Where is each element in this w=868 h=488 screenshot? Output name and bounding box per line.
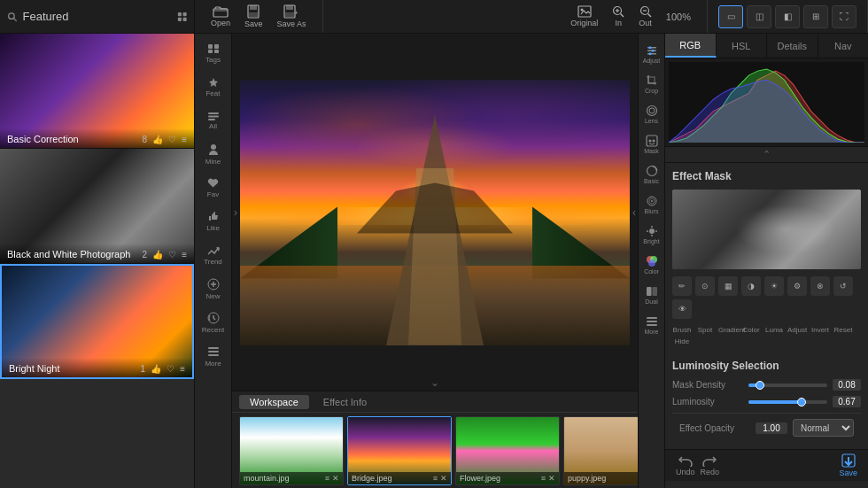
mask-tool-color[interactable]: ◑ bbox=[741, 276, 761, 296]
canvas-area: › ‹ ⌄ bbox=[232, 34, 638, 488]
right-btn-bright[interactable]: Bright bbox=[640, 221, 663, 248]
original-button[interactable]: Original bbox=[565, 4, 603, 29]
zoom-out-button[interactable]: Out bbox=[633, 4, 657, 29]
menu-icon-bright[interactable]: ≡ bbox=[180, 364, 185, 374]
preset-basic-correction[interactable]: Basic Correction 8 👍 ♡ ≡ bbox=[0, 34, 194, 149]
undo-button[interactable]: Undo bbox=[676, 454, 695, 476]
right-label-blurs: Blurs bbox=[645, 208, 659, 214]
svg-rect-4 bbox=[177, 17, 181, 20]
svg-marker-27 bbox=[209, 78, 218, 87]
mask-tool-spot[interactable]: ⊙ bbox=[695, 276, 715, 296]
tab-effect-info[interactable]: Effect Info bbox=[313, 395, 377, 409]
filmstrip-flower[interactable]: Flower.jpeg ≡ ✕ bbox=[455, 416, 560, 485]
menu-icon-bw[interactable]: ≡ bbox=[182, 250, 187, 259]
grid-icon[interactable] bbox=[177, 11, 188, 23]
right-label-basic: Basic bbox=[644, 178, 659, 184]
film-close-icon-bridge[interactable]: ✕ bbox=[440, 474, 447, 483]
preset-black-white[interactable]: Black and White Photograph 2 👍 ♡ ≡ bbox=[0, 149, 194, 264]
main-canvas bbox=[240, 80, 630, 345]
svg-point-50 bbox=[652, 140, 655, 143]
tab-rgb[interactable]: RGB bbox=[665, 34, 717, 58]
sidebar-all[interactable]: All bbox=[198, 105, 229, 136]
sidebar-recent[interactable]: Recent bbox=[198, 306, 229, 338]
single-view-button[interactable]: ▭ bbox=[718, 5, 743, 28]
save-actions: Save bbox=[839, 453, 857, 477]
sidebar-mine[interactable]: Mine bbox=[198, 138, 229, 170]
tab-nav[interactable]: Nav bbox=[818, 34, 869, 58]
collapse-down-arrow[interactable]: ⌄ bbox=[430, 376, 439, 389]
tab-workspace[interactable]: Workspace bbox=[239, 395, 309, 409]
svg-rect-12 bbox=[285, 12, 294, 17]
mask-tool-hide[interactable]: 👁 bbox=[672, 299, 692, 319]
filmstrip-puppy[interactable]: puppy.jpeg ≡ ✕ bbox=[563, 416, 638, 485]
svg-rect-3 bbox=[182, 12, 186, 16]
sidebar-more[interactable]: More bbox=[198, 340, 229, 372]
effect-mask-section: Effect Mask ✏ ⊙ ▦ ◑ ☀ ⚙ ⊗ ↺ 👁 Brush Spot… bbox=[665, 163, 868, 360]
grid-view-button[interactable]: ⊞ bbox=[803, 5, 828, 28]
right-btn-dual[interactable]: Dual bbox=[640, 282, 663, 308]
save-button[interactable]: Save bbox=[239, 3, 268, 30]
luminosity-track[interactable] bbox=[748, 400, 827, 404]
zoom-in-button[interactable]: In bbox=[607, 4, 630, 29]
open-button[interactable]: Open bbox=[205, 4, 236, 29]
film-close-icon-flower[interactable]: ✕ bbox=[548, 474, 555, 483]
right-label-bright: Bright bbox=[643, 238, 659, 244]
sidebar-new[interactable]: New bbox=[198, 273, 229, 305]
collapse-row[interactable]: ⌃ bbox=[665, 147, 868, 163]
redo-button[interactable]: Redo bbox=[701, 454, 720, 476]
mask-tool-adjust[interactable]: ⚙ bbox=[787, 276, 807, 296]
filmstrip-bridge[interactable]: Bridge.jpeg ≡ ✕ bbox=[347, 416, 452, 485]
film-close-icon-mountain[interactable]: ✕ bbox=[332, 474, 339, 483]
right-icon-strip: Adjust Crop Lens Mask bbox=[638, 34, 664, 488]
heart-icon[interactable]: ♡ bbox=[168, 135, 176, 144]
fullscreen-button[interactable]: ⛶ bbox=[832, 5, 856, 28]
film-menu-icon-mountain[interactable]: ≡ bbox=[325, 474, 329, 483]
search-input[interactable] bbox=[23, 10, 172, 23]
mask-tool-brush[interactable]: ✏ bbox=[672, 276, 692, 296]
right-btn-crop[interactable]: Crop bbox=[640, 71, 663, 97]
mask-tool-luma[interactable]: ☀ bbox=[764, 276, 784, 296]
preset-bright-night[interactable]: Bright Night 1 👍 ♡ ≡ bbox=[0, 264, 194, 379]
right-btn-basic[interactable]: Basic bbox=[640, 161, 663, 188]
heart-icon-bw[interactable]: ♡ bbox=[168, 250, 176, 259]
sidebar-like[interactable]: Like bbox=[198, 205, 229, 237]
menu-icon[interactable]: ≡ bbox=[182, 135, 187, 144]
tab-details[interactable]: Details bbox=[767, 34, 818, 58]
expand-right-arrow[interactable]: ‹ bbox=[632, 206, 636, 219]
svg-rect-25 bbox=[208, 50, 213, 53]
right-btn-lens[interactable]: Lens bbox=[640, 101, 663, 128]
filmstrip-mountain[interactable]: mountain.jpg ≡ ✕ bbox=[239, 416, 344, 485]
sidebar-tags[interactable]: Tags bbox=[198, 37, 229, 69]
expand-left-arrow[interactable]: › bbox=[234, 206, 237, 219]
view-toolbar: Original In Out 100% bbox=[554, 0, 708, 33]
right-btn-blurs[interactable]: Blurs bbox=[640, 191, 663, 218]
right-btn-adjust[interactable]: Adjust bbox=[640, 41, 663, 67]
film-menu-icon-flower[interactable]: ≡ bbox=[541, 474, 546, 483]
sidebar-fav[interactable]: Fav bbox=[198, 172, 229, 204]
preset-title-bright: Bright Night bbox=[9, 363, 59, 374]
save-as-button[interactable]: + Save As bbox=[272, 3, 312, 30]
mask-tool-labels: Brush Spot Gradient Color Luma Adjust In… bbox=[672, 326, 861, 345]
mask-tool-invert[interactable]: ⊗ bbox=[810, 276, 830, 296]
compare-view-button[interactable]: ◧ bbox=[775, 5, 800, 28]
heart-icon-bright[interactable]: ♡ bbox=[167, 364, 174, 374]
mask-density-track[interactable] bbox=[748, 383, 827, 387]
right-btn-more[interactable]: More bbox=[640, 312, 663, 338]
blend-mode-select[interactable]: Normal Multiply Screen Overlay bbox=[793, 419, 854, 437]
film-menu-icon-bridge[interactable]: ≡ bbox=[433, 474, 438, 483]
right-label-mask: Mask bbox=[644, 148, 659, 154]
split-view-button[interactable]: ◫ bbox=[747, 5, 771, 28]
sidebar-feat[interactable]: Feat bbox=[198, 71, 229, 103]
svg-point-31 bbox=[211, 144, 216, 150]
tab-hsl[interactable]: HSL bbox=[717, 34, 768, 58]
sidebar-trend[interactable]: Trend bbox=[198, 239, 229, 271]
mask-tool-gradient[interactable]: ▦ bbox=[718, 276, 738, 296]
svg-point-0 bbox=[9, 12, 15, 19]
mask-tool-reset[interactable]: ↺ bbox=[833, 276, 853, 296]
right-btn-mask[interactable]: Mask bbox=[640, 131, 663, 158]
redo-label: Redo bbox=[701, 468, 720, 476]
main-image-view[interactable]: › ‹ ⌄ bbox=[232, 34, 638, 391]
save-action-button[interactable]: Save bbox=[839, 453, 857, 477]
svg-rect-8 bbox=[250, 5, 257, 10]
right-btn-color[interactable]: Color bbox=[640, 252, 663, 278]
